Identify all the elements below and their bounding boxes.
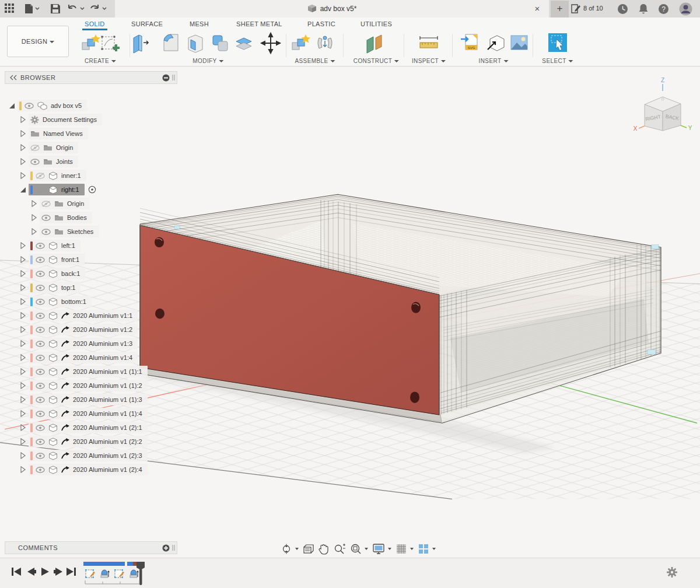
browser-item-2020-aluminium-v1-1-3[interactable]: 2020 Aluminium v1 (1):3 [19,393,148,407]
browser-item-document-settings[interactable]: Document Settings [19,113,102,127]
browser-item-top-1[interactable]: top:1 [19,281,80,295]
expand-arrow-icon[interactable] [19,242,26,249]
visibility-eye-icon[interactable] [36,425,45,431]
tab-mesh[interactable]: MESH [190,20,209,27]
expand-arrow-icon[interactable] [19,326,26,333]
panel-resize-handle[interactable] [172,544,176,551]
design-workspace-selector[interactable]: DESIGN [7,26,69,57]
move-copy-icon[interactable] [260,32,281,55]
tab-sheet-metal[interactable]: SHEET METAL [236,20,282,27]
browser-item-origin[interactable]: Origin [19,141,78,155]
group-label-insert[interactable]: INSERT [479,58,509,64]
clock-icon[interactable] [617,4,628,15]
browser-item-2020-aluminium-v1-4[interactable]: 2020 Aluminium v1:4 [19,351,138,365]
browser-item-2020-aluminium-v1-1-2[interactable]: 2020 Aluminium v1 (1):2 [19,379,148,393]
expand-arrow-icon[interactable] [19,354,26,361]
browser-item-2020-aluminium-v1-2-2[interactable]: 2020 Aluminium v1 (2):2 [19,435,148,449]
tab-utilities[interactable]: UTILITIES [360,20,392,27]
visibility-eye-icon[interactable] [41,229,51,235]
browser-item-back-1[interactable]: back:1 [19,267,85,281]
browser-item-2020-aluminium-v1-3[interactable]: 2020 Aluminium v1:3 [19,337,138,351]
notification-bell-icon[interactable] [638,4,649,15]
expand-arrow-icon[interactable] [19,410,26,417]
browser-item-2020-aluminium-v1-2-4[interactable]: 2020 Aluminium v1 (2):4 [19,463,148,477]
orbit-caret[interactable] [295,548,299,550]
press-pull-icon[interactable] [130,32,150,55]
expand-arrow-icon[interactable] [30,228,37,235]
timeline-play-button[interactable] [40,566,51,577]
avatar[interactable] [679,2,692,16]
activate-component-radio[interactable] [88,186,96,194]
expand-arrow-icon[interactable] [19,340,26,347]
tab-plastic[interactable]: PLASTIC [307,20,335,27]
visibility-eye-icon[interactable] [36,173,45,179]
shell-icon[interactable] [185,32,206,55]
visibility-eye-icon[interactable] [36,327,45,333]
grid-caret[interactable] [410,548,414,550]
visibility-eye-icon[interactable] [36,383,45,389]
browser-item-2020-aluminium-v1-1-1[interactable]: 2020 Aluminium v1 (1):1 [19,365,148,379]
visibility-eye-icon[interactable] [36,187,45,193]
browser-item-2020-aluminium-v1-2-3[interactable]: 2020 Aluminium v1 (2):3 [19,449,148,463]
group-label-select[interactable]: SELECT [542,58,573,64]
create-sketch-icon[interactable] [99,32,120,55]
tab-solid[interactable]: SOLID [85,20,105,27]
viewports-icon[interactable] [418,543,429,555]
new-body-icon[interactable] [80,32,101,55]
visibility-eye-icon[interactable] [30,145,40,151]
timeline-track-segment[interactable] [83,562,125,566]
expand-arrow-icon[interactable] [19,270,26,277]
expand-arrow-icon[interactable] [19,312,26,319]
view-cube[interactable]: Z RIGHT BACK X Y [629,76,696,136]
offset-face-icon[interactable] [233,32,254,55]
document-tab[interactable]: adv box v5* × [115,0,549,18]
expand-arrow-icon[interactable] [19,116,26,123]
look-at-icon[interactable] [303,544,314,554]
visibility-eye-icon[interactable] [36,271,45,277]
browser-item-2020-aluminium-v1-1[interactable]: 2020 Aluminium v1:1 [19,309,138,323]
expand-arrow-icon[interactable] [19,396,26,403]
redo-icon[interactable] [89,4,108,14]
expand-arrow-icon[interactable] [19,424,26,431]
expand-arrow-icon[interactable] [19,144,26,151]
browser-item-adv-box-v5[interactable]: adv box v5 [8,99,87,113]
expand-arrow-icon[interactable] [19,382,26,389]
expand-arrow-icon[interactable] [19,172,26,179]
visibility-eye-icon[interactable] [36,467,45,473]
save-icon[interactable] [50,4,61,14]
display-settings-icon[interactable] [372,543,385,555]
browser-item-sketches[interactable]: Sketches [30,225,99,239]
job-status-icon[interactable] [570,4,581,14]
expand-arrow-icon[interactable] [19,130,26,137]
visibility-eye-icon[interactable] [36,313,45,319]
browser-item-named-views[interactable]: Named Views [19,127,88,141]
expand-arrow-icon[interactable] [30,214,37,221]
select-icon[interactable] [547,32,568,55]
tab-surface[interactable]: SURFACE [131,20,163,27]
visibility-eye-icon[interactable] [36,355,45,361]
browser-item-left-1[interactable]: left:1 [19,239,80,253]
expand-arrow-icon[interactable] [19,438,26,445]
visibility-eye-icon[interactable] [36,243,45,249]
tab-close-icon[interactable]: × [531,3,543,15]
visibility-eye-icon[interactable] [36,453,45,459]
collapse-arrow-icon[interactable] [8,102,15,109]
new-tab-button[interactable]: + [551,1,569,18]
timeline-track-segment[interactable] [127,562,133,566]
add-comment-icon[interactable] [162,544,170,552]
timeline-sketch-feature[interactable] [114,568,125,579]
expand-arrow-icon[interactable] [19,452,26,459]
visibility-eye-icon[interactable] [36,411,45,417]
browser-item-bodies[interactable]: Bodies [30,211,92,225]
browser-item-origin[interactable]: Origin [30,197,89,211]
visibility-eye-icon[interactable] [36,439,45,445]
browser-item-2020-aluminium-v1-1-4[interactable]: 2020 Aluminium v1 (1):4 [19,407,148,421]
visibility-eye-icon[interactable] [41,215,51,221]
fit-icon[interactable] [350,543,362,555]
insert-svg-icon[interactable]: SVG [460,32,481,55]
pan-icon[interactable] [318,543,329,555]
expand-arrow-icon[interactable] [19,158,26,165]
visibility-eye-icon[interactable] [36,369,45,375]
visibility-eye-icon[interactable] [36,341,45,347]
group-label-create[interactable]: CREATE [85,58,116,64]
